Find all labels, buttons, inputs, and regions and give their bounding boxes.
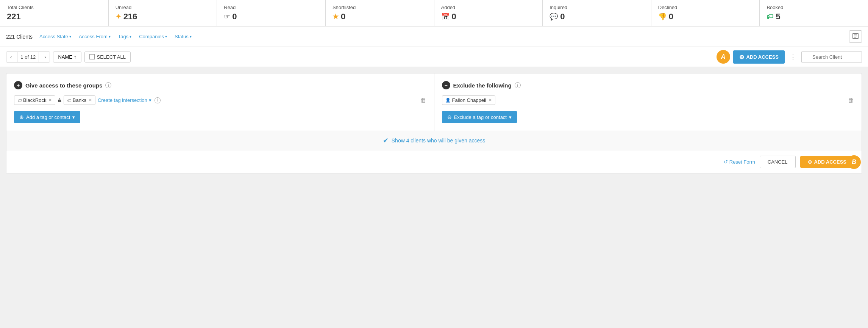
show-clients-bar: ✔ Show 4 clients who will be given acces…: [6, 131, 862, 150]
tag-chip-banks: 🏷 Banks ✕: [64, 95, 95, 105]
stat-read: Read ☞ 0: [217, 0, 326, 26]
plus-icon: ⊕: [808, 159, 812, 165]
clients-count: 221 Clients: [6, 34, 33, 40]
chevron-down-icon: ▾: [509, 114, 512, 120]
chevron-down-icon: ▾: [72, 114, 75, 120]
more-options-button[interactable]: ⋮: [788, 52, 798, 62]
access-from-filter[interactable]: Access From ▾: [76, 32, 113, 41]
booked-icon: 🏷: [767, 13, 773, 21]
plus-icon: ⊕: [739, 53, 744, 61]
chevron-down-icon: ▾: [190, 34, 192, 39]
tag-icon: 🏷: [67, 98, 71, 103]
tag-icon: 🏷: [17, 98, 22, 103]
tags-filter[interactable]: Tags ▾: [116, 32, 134, 41]
give-access-title: Give access to these groups: [25, 82, 102, 89]
chevron-down-icon: ▾: [109, 34, 111, 39]
stat-unread: Unread ✦ 216: [109, 0, 217, 26]
prev-page-button[interactable]: ‹: [6, 52, 16, 62]
exclude-info-icon[interactable]: i: [515, 82, 521, 88]
final-add-access-button[interactable]: ⊕ ADD ACCESS: [800, 156, 854, 168]
add-access-wrapper: ⊕ ADD ACCESS B: [800, 156, 854, 168]
filter-toolbar: 221 Clients Access State ▾ Access From ▾…: [0, 27, 868, 47]
delete-tag-row-button[interactable]: 🗑: [420, 97, 426, 104]
exclude-title: Exclude the following: [453, 82, 512, 89]
access-groups: + Give access to these groups i 🏷 BlackR…: [6, 73, 862, 131]
page-info: 1 of 12: [17, 52, 39, 62]
badge-b: B: [847, 155, 861, 169]
delete-exclude-row-button[interactable]: 🗑: [848, 97, 854, 104]
minus-circle-icon: −: [442, 81, 450, 89]
plus-icon: ⊕: [19, 114, 24, 120]
reset-form-button[interactable]: ↺ Reset Form: [724, 159, 755, 165]
pagination-right-controls: A ⊕ ADD ACCESS ⋮ 🔍: [717, 50, 862, 64]
tag-chip-blackrock: 🏷 BlackRock ✕: [14, 95, 55, 105]
create-intersection-button[interactable]: Create tag intersection ▾ i: [98, 97, 161, 103]
toolbar-right: [849, 30, 862, 43]
minus-icon: ⊖: [447, 114, 452, 120]
stat-inquired: Inquired 💬 0: [543, 0, 651, 26]
contact-chip-fallon: 👤 Fallon Chappell ✕: [442, 95, 495, 105]
stat-declined: Declined 👎 0: [651, 0, 760, 26]
reset-icon: ↺: [724, 159, 728, 165]
info-icon[interactable]: i: [105, 82, 111, 88]
added-icon: 📅: [441, 12, 450, 21]
add-access-button[interactable]: ⊕ ADD ACCESS: [733, 50, 785, 64]
shortlisted-icon: ★: [333, 12, 339, 21]
contact-row: 👤 Fallon Chappell ✕ 🗑: [442, 95, 854, 105]
badge-a: A: [717, 50, 730, 64]
show-clients-button[interactable]: ✔ Show 4 clients who will be given acces…: [383, 136, 485, 145]
exclude-tag-contact-button[interactable]: ⊖ Exclude a tag or contact ▾: [442, 111, 517, 123]
chevron-down-icon: ▾: [130, 34, 131, 39]
contact-close-fallon[interactable]: ✕: [489, 98, 492, 103]
chevron-down-icon: ▾: [165, 34, 167, 39]
give-access-header: + Give access to these groups i: [14, 81, 426, 89]
unread-icon: ✦: [116, 12, 121, 21]
status-filter[interactable]: Status ▾: [172, 32, 194, 41]
intersection-info-icon[interactable]: i: [155, 97, 161, 103]
search-input[interactable]: [801, 51, 862, 63]
stat-total-clients: Total Clients 221: [0, 0, 109, 26]
ampersand: &: [58, 97, 61, 103]
access-state-filter[interactable]: Access State ▾: [37, 32, 73, 41]
stats-bar: Total Clients 221 Unread ✦ 216 Read ☞ 0 …: [0, 0, 868, 27]
pagination-row: ‹ 1 of 12 › NAME ↑ SELECT ALL A ⊕ ADD AC…: [0, 47, 868, 67]
tag-row: 🏷 BlackRock ✕ & 🏷 Banks ✕ Create tag int…: [14, 95, 426, 105]
action-bar: ↺ Reset Form CANCEL ⊕ ADD ACCESS B: [6, 150, 862, 173]
person-icon: 👤: [445, 98, 451, 103]
stat-shortlisted: Shortlisted ★ 0: [326, 0, 434, 26]
read-icon: ☞: [224, 12, 230, 21]
search-wrapper: 🔍: [801, 51, 862, 63]
check-circle-icon: ✔: [383, 136, 389, 145]
export-button[interactable]: [849, 30, 862, 43]
sort-icon: ↑: [74, 54, 76, 60]
select-all-button[interactable]: SELECT ALL: [84, 52, 131, 62]
exclude-header: − Exclude the following i: [442, 81, 854, 89]
tag-close-banks[interactable]: ✕: [89, 98, 92, 103]
exclude-section: − Exclude the following i 👤 Fallon Chapp…: [434, 73, 862, 131]
tag-close-blackrock[interactable]: ✕: [48, 98, 52, 103]
stat-booked: Booked 🏷 5: [760, 0, 868, 26]
give-access-section: + Give access to these groups i 🏷 BlackR…: [6, 73, 434, 131]
sort-name-button[interactable]: NAME ↑: [53, 52, 81, 62]
inquired-icon: 💬: [550, 12, 558, 21]
stat-added: Added 📅 0: [434, 0, 543, 26]
add-tag-contact-button[interactable]: ⊕ Add a tag or contact ▾: [14, 111, 80, 123]
plus-circle-icon: +: [14, 81, 22, 89]
access-panel: + Give access to these groups i 🏷 BlackR…: [6, 73, 862, 174]
declined-icon: 👎: [658, 12, 667, 21]
next-page-button[interactable]: ›: [41, 52, 50, 62]
main-content: + Give access to these groups i 🏷 BlackR…: [0, 67, 868, 180]
chevron-down-icon: ▾: [69, 34, 71, 39]
select-all-checkbox[interactable]: [89, 54, 95, 59]
companies-filter[interactable]: Companies ▾: [137, 32, 169, 41]
cancel-button[interactable]: CANCEL: [760, 156, 796, 168]
chevron-down-icon: ▾: [149, 97, 151, 103]
page-navigation: ‹ 1 of 12 ›: [6, 52, 50, 62]
